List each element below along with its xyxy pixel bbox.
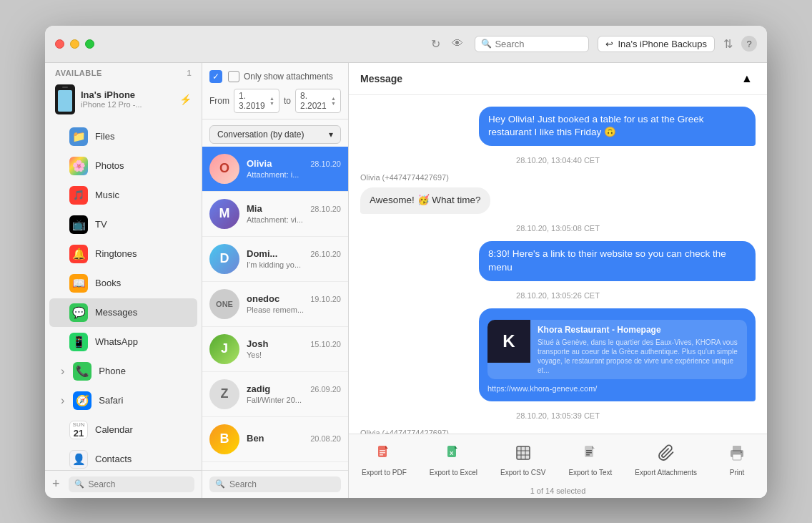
- conv-date-josh: 15.10.20: [310, 340, 341, 348]
- svg-point-19: [741, 451, 742, 453]
- conv-item-ben[interactable]: B Ben 20.08.20: [202, 417, 348, 462]
- help-button[interactable]: ?: [741, 36, 757, 52]
- csv-label: Export to CSV: [500, 469, 545, 476]
- transfer-icon[interactable]: ⇅: [723, 37, 733, 51]
- sort-dropdown[interactable]: Conversation (by date) ▾: [209, 125, 341, 144]
- backup-restore-icon: ↩: [605, 39, 613, 49]
- export-csv-button[interactable]: Export to CSV: [489, 440, 557, 481]
- from-date-value: 1. 3.2019: [239, 91, 267, 111]
- conv-item-mia[interactable]: M Mia 28.10.20 Attachment: vi...: [202, 192, 348, 237]
- excel-icon: X: [445, 444, 462, 466]
- add-button[interactable]: +: [52, 476, 60, 492]
- sidebar-item-tv[interactable]: 📺 TV: [49, 210, 197, 239]
- conv-search-icon: 🔍: [215, 479, 225, 489]
- svg-rect-3: [380, 454, 383, 456]
- sidebar-section-header: AVAILABLE 1: [45, 63, 202, 80]
- export-attachments-button[interactable]: Export Attachments: [623, 440, 708, 481]
- sidebar-item-music[interactable]: 🎵 Music: [49, 181, 197, 210]
- traffic-lights: [55, 39, 94, 49]
- export-text-button[interactable]: Export to Text: [557, 440, 623, 481]
- attachments-icon: [658, 444, 675, 466]
- conv-item-zadig[interactable]: Z zadig 26.09.20 Fall/Winter 20...: [202, 372, 348, 417]
- sidebar-item-calendar[interactable]: SUN 21 Calendar: [49, 416, 197, 444]
- music-label: Music: [95, 190, 119, 200]
- minimize-button[interactable]: [70, 39, 79, 49]
- sidebar-item-phone[interactable]: 📞 Phone: [49, 357, 197, 386]
- sidebar-item-ringtones[interactable]: 🔔 Ringtones: [49, 240, 197, 268]
- close-button[interactable]: [55, 39, 64, 49]
- conv-item-olivia[interactable]: O Olivia 28.10.20 Attachment: i...: [202, 147, 348, 192]
- calendar-label: Calendar: [95, 424, 133, 435]
- conv-date-mia: 28.10.20: [310, 205, 341, 213]
- sidebar-item-safari[interactable]: 🧭 Safari: [49, 386, 197, 415]
- checkbox-attachments[interactable]: ✓: [209, 70, 222, 83]
- avatar-domi: D: [209, 244, 239, 274]
- print-button[interactable]: Print: [708, 440, 766, 481]
- eye-icon[interactable]: 👁: [452, 37, 463, 50]
- conv-search-input[interactable]: [229, 479, 335, 489]
- date-range-row: From 1. 3.2019 ▲ ▼ to 8. 2.2021 ▲ ▼: [209, 89, 341, 113]
- main-window: ↻ 👁 🔍 ↩ Ina's iPhone Backups ⇅ ? AVAILAB…: [45, 26, 767, 498]
- backup-label: Ina's iPhone Backups: [618, 39, 707, 49]
- sidebar-bottom: + 🔍: [45, 470, 202, 498]
- conv-item-josh[interactable]: J Josh 15.10.20 Yes!: [202, 327, 348, 372]
- msg-body: Hey Olivia! Just booked a table for us a…: [349, 95, 767, 434]
- sidebar-search-input[interactable]: [89, 479, 189, 489]
- status-bar: 1 of 14 selected: [349, 484, 767, 498]
- safari-icon: 🧭: [73, 391, 91, 410]
- link-card-desc: Situé à Genève, dans le quartier des Eau…: [538, 338, 740, 375]
- conv-info-zadig: zadig 26.09.20 Fall/Winter 20...: [247, 383, 341, 404]
- link-url[interactable]: https://www.khora-geneve.com/: [487, 383, 747, 394]
- device-icon: [55, 84, 75, 114]
- conv-date-ben: 20.08.20: [310, 434, 341, 443]
- timestamp-2: 28.10.20, 13:05:08 CET: [360, 224, 756, 233]
- to-date-stepper[interactable]: ▲ ▼: [331, 96, 336, 106]
- export-pdf-button[interactable]: Export to PDF: [350, 440, 418, 481]
- to-date-input[interactable]: 8. 2.2021 ▲ ▼: [295, 89, 341, 113]
- print-icon: [728, 444, 746, 466]
- attachments-label: Export Attachments: [635, 469, 697, 476]
- avatar-onedoc: ONE: [209, 289, 239, 319]
- device-item[interactable]: Ina's iPhone iPhone 12 Pro -... ⚡: [45, 80, 202, 119]
- global-search-input[interactable]: [495, 39, 583, 49]
- checkbox-empty[interactable]: [228, 71, 239, 82]
- sidebar-item-whatsapp[interactable]: 📱 WhatsApp: [49, 328, 197, 356]
- global-search-box[interactable]: 🔍: [475, 36, 589, 52]
- conv-list: O Olivia 28.10.20 Attachment: i... M: [202, 147, 348, 470]
- maximize-button[interactable]: [85, 39, 94, 49]
- from-date-stepper[interactable]: ▲ ▼: [269, 96, 274, 106]
- sidebar-search-box[interactable]: 🔍: [69, 476, 194, 492]
- avatar-olivia: O: [209, 154, 239, 184]
- collapse-button[interactable]: ▲: [738, 70, 756, 87]
- sidebar-item-books[interactable]: 📖 Books: [49, 269, 197, 298]
- conv-info-domi: Domi... 26.10.20 I'm kidding yo...: [247, 248, 341, 269]
- sidebar-item-contacts[interactable]: 👤 Contacts: [49, 445, 197, 470]
- export-excel-button[interactable]: X Export to Excel: [418, 440, 489, 481]
- contacts-label: Contacts: [95, 454, 132, 464]
- conv-item-domi[interactable]: D Domi... 26.10.20 I'm kidding yo...: [202, 237, 348, 282]
- backup-selector[interactable]: ↩ Ina's iPhone Backups: [598, 36, 715, 52]
- sidebar-item-files[interactable]: 📁 Files: [49, 122, 197, 151]
- usb-icon: ⚡: [179, 94, 192, 105]
- tv-label: TV: [95, 219, 107, 230]
- msg-bubble-link: K Khora Restaurant - Homepage Situé à Ge…: [479, 308, 756, 401]
- books-label: Books: [95, 278, 121, 288]
- sidebar-item-messages[interactable]: 💬 Messages: [49, 298, 197, 327]
- msg-header: Message ▲: [349, 63, 767, 95]
- refresh-icon[interactable]: ↻: [431, 37, 440, 51]
- search-icon: 🔍: [481, 39, 492, 49]
- conv-preview-onedoc: Please remem...: [247, 306, 341, 314]
- timestamp-4: 28.10.20, 13:05:39 CET: [360, 411, 756, 420]
- svg-rect-15: [586, 454, 590, 456]
- conv-search-box[interactable]: 🔍: [209, 476, 341, 492]
- link-card: K Khora Restaurant - Homepage Situé à Ge…: [487, 320, 747, 379]
- sidebar-item-photos[interactable]: 🌸 Photos: [49, 152, 197, 180]
- conv-controls: ✓ Only show attachments: [209, 70, 341, 83]
- csv-icon: [515, 444, 532, 466]
- conv-name-mia: Mia: [247, 203, 262, 214]
- conv-name-olivia: Olivia: [247, 158, 272, 169]
- ringtones-icon: 🔔: [69, 245, 88, 263]
- from-date-input[interactable]: 1. 3.2019 ▲ ▼: [234, 89, 279, 113]
- conv-item-onedoc[interactable]: ONE onedoc 19.10.20 Please remem...: [202, 282, 348, 327]
- avatar-ben: B: [209, 424, 239, 454]
